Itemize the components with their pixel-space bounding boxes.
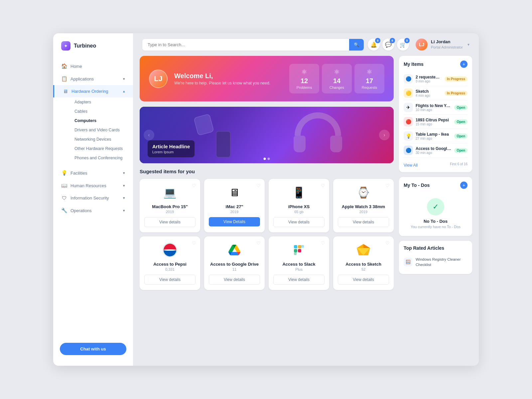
sidebar-item-facilities-label: Facilities [70,171,87,176]
sidebar-item-applications[interactable]: 📋 Applications ▾ [53,72,133,85]
heart-icon-6[interactable]: ♡ [256,240,261,246]
search-button[interactable]: 🔍 [349,39,364,51]
user-dropdown-icon[interactable]: ▾ [467,42,469,47]
my-item-name-5: Table Lamp - Ikea [416,132,452,137]
article-row-1[interactable]: 🪟 Windows Registry Cleaner Checklist [404,255,467,269]
articles-title: Top Rated Articles [404,245,444,251]
sidebar-item-infosec[interactable]: 🛡 Information Security ▾ [53,192,133,204]
search-bar: 🔍 [142,39,364,51]
my-item-name-2: Sketch [416,89,442,94]
carousel-dots [264,158,270,160]
cart-button[interactable]: 🛒 8 [397,39,409,51]
main-area: 🔍 🔔 8 💬 6 🛒 8 LJ Li Jordan [133,33,479,366]
requests-icon: ⚛ [361,68,378,76]
submenu-computers[interactable]: Computers [69,116,133,125]
heart-icon-8[interactable]: ♡ [385,240,390,246]
heart-icon-3[interactable]: ♡ [321,183,325,188]
facilities-icon: 💡 [61,170,67,176]
view-all-button[interactable]: View All [404,163,418,168]
view-details-sketch[interactable]: View details [338,275,389,285]
sidebar-item-home[interactable]: 🏠 Home [53,60,133,72]
submenu-phones[interactable]: Phones and Conferencing [69,153,133,163]
my-item-icon-5: 💡 [404,131,413,141]
welcome-text: Welcome Li, We're here to help. Please l… [174,72,270,85]
submenu-adapters[interactable]: Adapters [69,97,133,107]
home-icon: 🏠 [61,63,67,69]
stat-changes-value: 14 [329,77,345,85]
item-sub-gdrive: 11 [232,267,236,271]
heart-icon-5[interactable]: ♡ [192,240,196,246]
chevron-down-icon-4: ▾ [123,196,125,200]
pepsi-logo [163,243,177,257]
view-details-watch[interactable]: View details [338,217,389,227]
hardware-submenu: Adapters Cables Computers Drivers and Vi… [53,97,133,163]
heart-icon-4[interactable]: ♡ [385,183,390,188]
my-items-add-button[interactable]: + [460,61,467,68]
notifications-button[interactable]: 🔔 8 [368,39,380,51]
item-img-macbook: 💻 [160,184,180,201]
todo-empty-sub: You currently have no To - Dos [411,225,461,229]
sidebar-item-hr[interactable]: 📖 Human Resources ▾ [53,179,133,192]
item-sub-iphone: 65 gb [294,210,304,214]
carousel-content: Article Headline Lorem Ipsum [148,140,195,157]
my-item-time-4: 15 min ago [416,122,452,126]
todos-add-button[interactable]: + [460,182,467,189]
stat-changes-label: Changes [329,85,345,89]
view-details-macbook[interactable]: View details [144,217,196,227]
heart-icon-7[interactable]: ♡ [321,240,325,246]
item-card-slack: ♡ Access [269,236,329,290]
my-item-badge-2: In Progress [445,91,467,96]
logo-text: Turbineo [74,43,96,49]
item-img-sketch [353,242,373,258]
stat-problems-label: Problems [296,85,313,89]
item-card-watch: ♡ ⌚ Apple Watch 3 38mm 2019 View details [333,179,394,232]
item-name-iphone: iPhone XS [288,204,310,209]
svg-rect-1 [294,249,297,252]
item-img-imac: 🖥 [224,184,244,201]
chat-button[interactable]: Chat with us [60,343,126,355]
sidebar-item-home-label: Home [70,64,82,69]
messages-button[interactable]: 💬 6 [382,39,394,51]
my-item-row-2: 🟡 Sketch 4 min ago In Progress [404,86,467,100]
heart-icon-2[interactable]: ♡ [256,183,261,188]
welcome-greeting: Welcome Li, [174,72,270,80]
carousel-dot-2[interactable] [268,158,270,160]
chevron-down-icon: ▾ [123,77,125,81]
search-input[interactable] [142,39,349,51]
operations-icon: 🔧 [61,207,67,213]
carousel-dot-1[interactable] [264,158,266,160]
submenu-networking[interactable]: Networking Devices [69,135,133,144]
chevron-down-icon-5: ▾ [123,208,125,213]
svg-rect-2 [298,245,301,248]
gdrive-logo [227,243,242,257]
view-details-pepsi[interactable]: View details [144,275,196,285]
view-details-gdrive[interactable]: View details [209,275,260,285]
sidebar-item-facilities[interactable]: 💡 Facilities ▾ [53,167,133,179]
item-img-gdrive [224,242,244,258]
view-details-slack[interactable]: View details [273,275,325,285]
sidebar-item-applications-label: Applications [70,76,94,81]
item-img-pepsi [160,242,180,258]
my-item-row-5: 💡 Table Lamp - Ikea 27 min ago Open [404,129,467,143]
view-details-iphone[interactable]: View details [273,217,325,227]
item-card-macbook: ♡ 💻 MacBook Pro 15" 2019 View details [140,179,200,232]
my-item-row-1: 🔵 2 requested items 3 min ago In Progres… [404,72,467,86]
applications-icon: 📋 [61,76,67,82]
heart-icon-1[interactable]: ♡ [192,183,196,188]
submenu-other[interactable]: Other Hardware Requests [69,144,133,153]
user-role: Portal Administrator [431,45,463,50]
item-img-slack [289,242,309,258]
submenu-drivers[interactable]: Drivers and Video Cards [69,125,133,135]
svg-rect-4 [301,245,304,248]
submenu-cables[interactable]: Cables [69,107,133,116]
suggested-section: Sugested items for you ♡ 💻 MacBook Pro 1… [140,169,394,290]
item-name-pepsi: Access to Pepsi [153,262,187,267]
sidebar-item-hr-label: Human Resources [70,183,106,188]
item-sub-sketch: 52 [361,267,365,271]
stat-changes: ⚛ 14 Changes [322,64,352,93]
item-sub-imac: 2019 [230,210,238,214]
sidebar-item-hardware[interactable]: 🖥 Hardware Ordering ▴ [53,85,133,97]
my-item-icon-4: 🔴 [404,117,413,126]
view-details-imac[interactable]: View Details [209,217,260,226]
sidebar-item-operations[interactable]: 🔧 Operations ▾ [53,204,133,217]
